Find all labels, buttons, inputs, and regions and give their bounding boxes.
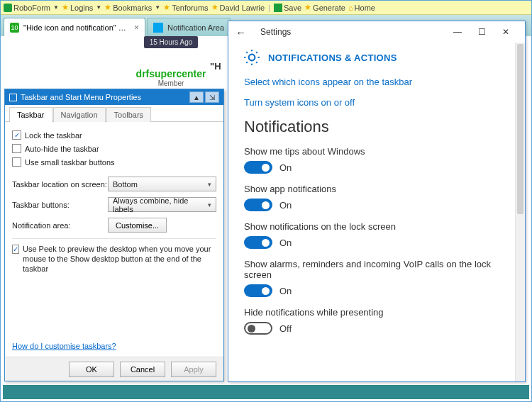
- checkbox-autohide[interactable]: [12, 144, 21, 153]
- tab-navigation[interactable]: Navigation: [53, 107, 106, 122]
- combo-location[interactable]: Bottom▾: [108, 177, 216, 191]
- option-presenting: Hide notifications while presenting Off: [244, 307, 499, 335]
- link-system-icons[interactable]: Turn system icons on or off: [244, 97, 499, 108]
- apply-button: Apply: [171, 362, 216, 377]
- back-button[interactable]: ←: [235, 26, 246, 38]
- scroll-thumb[interactable]: [517, 44, 523, 214]
- dialog-titlebar[interactable]: Taskbar and Start Menu Properties ▲ ⇲: [5, 89, 223, 105]
- toolbar-item-home[interactable]: ⌂Home: [348, 4, 375, 12]
- chevron-down-icon: ▾: [208, 181, 211, 188]
- option-app-notifications: Show app notifications On: [244, 184, 499, 211]
- favicon-icon: [153, 23, 163, 33]
- customise-button[interactable]: Customise...: [108, 218, 167, 233]
- toggle-state: On: [279, 238, 292, 248]
- close-icon[interactable]: ×: [134, 23, 139, 33]
- label-buttons: Taskbar buttons:: [12, 201, 108, 209]
- dialog-button-bar: OK Cancel Apply: [5, 357, 223, 381]
- taskbar-properties-dialog: Taskbar and Start Menu Properties ▲ ⇲ Ta…: [4, 89, 224, 381]
- dialog-tabs: Taskbar Navigation Toolbars: [5, 105, 223, 122]
- quote-heading: "H: [210, 61, 221, 72]
- option-label: Show me tips about Windows: [244, 146, 499, 157]
- close-button[interactable]: ✕: [494, 22, 518, 42]
- checkbox-icon: [9, 94, 17, 101]
- post-time-badge: 15 Hours Ago: [144, 36, 199, 48]
- star-icon: ★: [62, 3, 69, 12]
- checkbox-label: Auto-hide the taskbar: [25, 145, 99, 153]
- toggle-state: On: [279, 200, 292, 211]
- toolbar-item-tenforums[interactable]: ★Tenforums: [163, 3, 208, 12]
- option-label: Show app notifications: [244, 184, 499, 194]
- chevron-down-icon: ▾: [208, 201, 211, 208]
- checkbox-lock[interactable]: ✓: [12, 130, 21, 140]
- browser-toolbar: RoboForm▼ ★Logins▼ ★Bookmarks▼ ★Tenforum…: [1, 1, 531, 15]
- combo-buttons[interactable]: Always combine, hide labels▾: [108, 197, 216, 212]
- toggle-state: On: [279, 162, 292, 173]
- label-notification-area: Notification area:: [12, 221, 108, 230]
- option-lockscreen: Show notifications on the lock screen On: [244, 221, 499, 249]
- option-tips: Show me tips about Windows On: [244, 146, 499, 174]
- toolbar-item-bookmarks[interactable]: ★Bookmarks▼: [104, 3, 160, 12]
- section-heading: Notifications: [244, 118, 499, 136]
- checkbox-peek[interactable]: ✓: [12, 245, 19, 254]
- settings-titlebar[interactable]: ← Settings — ☐ ✕: [228, 21, 525, 43]
- toggle-lock[interactable]: [244, 236, 272, 249]
- tab-label: Notification Area: [167, 23, 224, 32]
- favicon-icon: 10: [10, 23, 19, 33]
- checkbox-label: Lock the taskbar: [25, 131, 82, 140]
- cancel-button[interactable]: Cancel: [120, 362, 165, 377]
- link-select-icons[interactable]: Select which icons appear on the taskbar: [244, 77, 499, 87]
- maximize-button[interactable]: ☐: [470, 22, 494, 42]
- settings-title: Settings: [260, 27, 291, 37]
- star-icon: ★: [211, 3, 218, 12]
- pin-button[interactable]: ⇲: [205, 91, 219, 103]
- checkbox-label: Use Peek to preview the desktop when you…: [23, 245, 216, 274]
- gear-icon: [243, 48, 261, 67]
- option-label: Show notifications on the lock screen: [244, 221, 499, 232]
- forum-footer-bar: [3, 385, 529, 399]
- forum-user-role: Member: [100, 79, 242, 87]
- star-icon: ★: [163, 3, 170, 12]
- help-link[interactable]: How do I customise taskbars?: [12, 342, 116, 350]
- checkbox-small[interactable]: [12, 157, 21, 167]
- tab-taskbar[interactable]: Taskbar: [9, 107, 52, 122]
- scrollbar[interactable]: [515, 43, 525, 381]
- dialog-title: Taskbar and Start Menu Properties: [21, 93, 141, 101]
- toolbar-item-generate[interactable]: ★Generate: [304, 3, 345, 12]
- browser-tab-inactive[interactable]: Notification Area: [147, 18, 231, 36]
- toggle-presenting[interactable]: [244, 322, 272, 335]
- checkbox-label: Use small taskbar buttons: [25, 158, 115, 167]
- toggle-app[interactable]: [244, 199, 272, 211]
- wand-icon: ★: [304, 3, 311, 12]
- toolbar-item-logins[interactable]: ★Logins▼: [62, 3, 101, 12]
- tab-label: "Hide icon and notification" optio...: [23, 23, 130, 32]
- toggle-tips[interactable]: [244, 161, 272, 174]
- option-label: Hide notifications while presenting: [244, 307, 499, 318]
- toggle-alarms[interactable]: [244, 284, 272, 297]
- ok-button[interactable]: OK: [69, 362, 114, 377]
- toggle-state: On: [279, 286, 292, 296]
- label-location: Taskbar location on screen:: [12, 180, 108, 189]
- settings-category: NOTIFICATIONS & ACTIONS: [268, 52, 397, 63]
- browser-tab-active[interactable]: 10 "Hide icon and notification" optio...…: [4, 18, 145, 36]
- home-icon: ⌂: [348, 4, 353, 12]
- toolbar-item-save[interactable]: Save: [274, 4, 301, 12]
- toolbar-item-roboform[interactable]: RoboForm▼: [4, 4, 59, 12]
- minimize-button[interactable]: —: [445, 22, 470, 42]
- settings-body: Select which icons appear on the taskbar…: [228, 77, 515, 381]
- toggle-state: Off: [279, 323, 292, 334]
- settings-window: ← Settings — ☐ ✕ NOTIFICATIONS & ACTIONS…: [228, 21, 526, 382]
- star-icon: ★: [104, 3, 111, 12]
- floppy-icon: [274, 4, 282, 12]
- rollup-button[interactable]: ▲: [189, 91, 204, 103]
- tab-toolbars[interactable]: Toolbars: [106, 107, 152, 122]
- option-alarms: Show alarms, reminders and incoming VoIP…: [244, 259, 499, 297]
- option-label: Show alarms, reminders and incoming VoIP…: [244, 259, 499, 280]
- toolbar-item-davidlawrie[interactable]: ★David Lawrie: [211, 3, 265, 12]
